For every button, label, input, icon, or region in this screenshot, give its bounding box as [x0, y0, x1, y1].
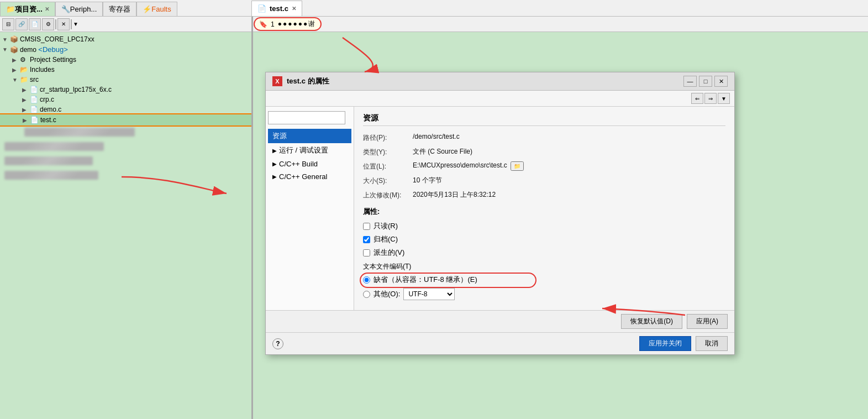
dialog-footer: ? 应用并关闭 取消	[266, 332, 734, 354]
nav-dropdown-btn[interactable]: ▼	[718, 93, 730, 104]
prop-label: 位置(L):	[363, 161, 413, 171]
close-dialog-btn[interactable]: ✕	[714, 76, 728, 87]
new-file-btn[interactable]: 📄	[29, 18, 41, 30]
encoding-section-label: 文本文件编码(T)	[363, 262, 725, 271]
tree-item-startup[interactable]: ▶ 📄 cr_startup_lpc175x_6x.c	[0, 85, 251, 95]
tab-project[interactable]: 📁 项目资... ✕	[0, 2, 55, 16]
minimize-btn[interactable]: —	[683, 76, 697, 87]
expand-arrow: ▼	[2, 46, 10, 53]
expand-arrow: ▼	[2, 36, 10, 43]
editor-tab-test-c[interactable]: 📄 test.c ✕	[251, 1, 302, 16]
editor-toolbar: 🔖 1 ●●●●●●谢	[251, 17, 868, 32]
dialog-nav-toolbar: ⇐ ⇒ ▼	[266, 91, 734, 107]
default-encoding-label[interactable]: 缺省（从容器：UTF-8 继承）(E)	[373, 275, 477, 285]
help-icon[interactable]: ?	[272, 338, 283, 349]
radio-default-encoding: 缺省（从容器：UTF-8 继承）(E)	[363, 275, 725, 285]
checkbox-derived: 派生的(V)	[363, 248, 725, 258]
settings-btn[interactable]: ⚙	[42, 18, 54, 30]
expand-arrow: ▶	[22, 87, 30, 93]
prop-value: 10 个字节	[413, 176, 442, 185]
dialog-body: 资源 ▶ 运行 / 调试设置 ▶ C/C++ Build ▶ C/C++ Gen…	[266, 107, 734, 310]
collapse-all-btn[interactable]: ⊟	[2, 18, 14, 30]
tab-faults[interactable]: ⚡ Faults	[136, 2, 177, 16]
registers-tab-label: 寄存器	[109, 4, 130, 14]
file-icon: 📄	[30, 86, 40, 93]
encoding-select[interactable]: UTF-8 UTF-16 ISO-8859-1 GBK	[403, 288, 455, 300]
dialog-title-icon: X	[272, 76, 282, 86]
blurred-row-4	[2, 171, 249, 183]
nav-item-label: 资源	[272, 131, 287, 141]
prop-label: 路径(P):	[363, 133, 413, 143]
encoding-section: 文本文件编码(T) 缺省（从容器：UTF-8 继承）(E) 其他(O): UTF…	[363, 262, 725, 300]
project-tab-close[interactable]: ✕	[45, 6, 49, 12]
dialog-nav-cpp-general[interactable]: ▶ C/C++ General	[268, 170, 351, 183]
nav-arrow-icon: ▶	[272, 174, 277, 180]
maximize-btn[interactable]: □	[699, 76, 712, 87]
nav-arrow-icon: ▶	[272, 148, 277, 154]
prop-value: 文件 (C Source File)	[413, 147, 472, 156]
expand-arrow: ▶	[23, 117, 30, 123]
periph-tab-label: Periph...	[70, 5, 97, 13]
cancel-btn[interactable]: 取消	[696, 336, 728, 351]
dialog-search-input[interactable]	[268, 111, 345, 124]
settings-icon: ⚙	[20, 56, 30, 64]
dialog-sidebar: 资源 ▶ 运行 / 调试设置 ▶ C/C++ Build ▶ C/C++ Gen…	[266, 107, 354, 310]
dialog-nav-cpp-build[interactable]: ▶ C/C++ Build	[268, 158, 351, 170]
browse-location-btn[interactable]: 📁	[511, 161, 524, 171]
default-encoding-radio[interactable]	[363, 276, 370, 284]
prop-value: /demo/src/test.c	[413, 133, 460, 140]
editor-tabs: 📄 test.c ✕	[251, 0, 868, 17]
apply-btn[interactable]: 应用(A)	[687, 314, 728, 329]
tab-close-btn[interactable]: ✕	[292, 6, 296, 12]
archive-checkbox[interactable]	[363, 236, 370, 243]
derived-label[interactable]: 派生的(V)	[373, 248, 404, 258]
prop-type: 类型(Y): 文件 (C Source File)	[363, 147, 725, 157]
folder-icon: 📁	[20, 76, 30, 83]
tree-item-includes[interactable]: ▶ 📂 Includes	[0, 65, 251, 75]
nav-back-btn[interactable]: ⇐	[691, 93, 703, 104]
readonly-label[interactable]: 只读(R)	[373, 221, 398, 231]
section-title: 资源	[363, 113, 725, 126]
package-icon: 📦	[10, 46, 20, 54]
link-editor-btn[interactable]: 🔗	[15, 18, 28, 30]
tree-item-project-settings[interactable]: ▶ ⚙ Project Settings	[0, 55, 251, 65]
prop-path: 路径(P): /demo/src/test.c	[363, 133, 725, 143]
dialog-title-area: X test.c 的属性	[272, 76, 329, 86]
package-icon: 📦	[10, 35, 20, 43]
apply-close-btn[interactable]: 应用并关闭	[639, 336, 691, 351]
includes-icon: 📂	[20, 66, 30, 74]
other-encoding-label[interactable]: 其他(O):	[373, 289, 400, 299]
checkbox-readonly: 只读(R)	[363, 221, 725, 231]
dialog-nav-run-debug[interactable]: ▶ 运行 / 调试设置	[268, 143, 351, 158]
tab-registers[interactable]: 寄存器	[103, 2, 136, 16]
tree-item-crp[interactable]: ▶ 📄 crp.c	[0, 95, 251, 104]
panel-tabs: 📁 项目资... ✕ 🔧 Periph... 寄存器 ⚡ Faults	[0, 0, 251, 17]
prop-value: E:\MCUXpresso\demo\src\test.c	[413, 161, 507, 169]
tree-item-demo[interactable]: ▼ 📦 demo <Debug>	[0, 44, 251, 55]
project-tree: ▼ 📦 CMSIS_CORE_LPC17xx ▼ 📦 demo <Debug> …	[0, 32, 251, 419]
attributes-subtitle: 属性:	[363, 207, 725, 217]
panel-divider	[251, 0, 253, 419]
restore-defaults-btn[interactable]: 恢复默认值(D)	[621, 314, 682, 329]
tree-item-demo-c[interactable]: ▶ 📄 demo.c	[0, 104, 251, 114]
nav-item-label: 运行 / 调试设置	[279, 145, 328, 155]
nav-item-label: C/C++ Build	[279, 160, 318, 168]
tree-item-label: CMSIS_CORE_LPC17xx	[20, 35, 94, 43]
readonly-checkbox[interactable]	[363, 223, 370, 230]
tree-item-src[interactable]: ▼ 📁 src	[0, 75, 251, 85]
blurred-row-3	[2, 156, 249, 169]
derived-checkbox[interactable]	[363, 249, 370, 256]
dialog-nav-resource[interactable]: 资源	[268, 129, 351, 143]
tree-item-cmsis[interactable]: ▼ 📦 CMSIS_CORE_LPC17xx	[0, 34, 251, 44]
line-number: 1	[271, 20, 275, 28]
archive-label[interactable]: 归档(C)	[373, 234, 398, 244]
dropdown-btn[interactable]: ▼	[73, 21, 78, 27]
tab-periph[interactable]: 🔧 Periph...	[55, 2, 103, 16]
tree-item-test-c[interactable]: ▶ 📄 test.c	[0, 114, 251, 125]
dropdown-arrow-icon: ▼	[73, 21, 78, 27]
expand-arrow: ▶	[22, 97, 30, 103]
nav-forward-btn[interactable]: ⇒	[704, 93, 717, 104]
other-encoding-radio[interactable]	[363, 291, 370, 298]
close-panel-btn[interactable]: ✕	[57, 18, 70, 30]
tree-item-label: test.c	[40, 116, 56, 124]
